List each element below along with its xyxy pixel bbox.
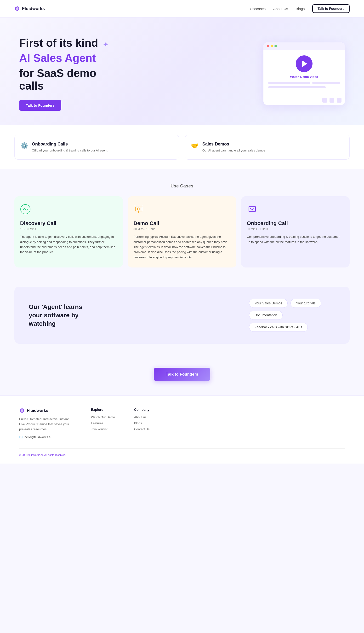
feature-card-sales-title: Sales Demos — [202, 142, 265, 147]
footer-logo-icon — [19, 408, 25, 413]
agent-tag-tutorials: Your tutorials — [290, 299, 321, 308]
hero-title-line2: AI Sales Agent — [19, 52, 120, 65]
footer-email: ✉️ hello@fluidworks.ai — [19, 435, 72, 439]
cta-main-button[interactable]: Talk to Founders — [154, 368, 210, 381]
video-footer — [264, 96, 345, 105]
nav-link-usecases[interactable]: Usecases — [250, 7, 266, 11]
play-triangle-icon — [302, 60, 307, 67]
video-bars — [268, 82, 340, 84]
hero-title-line3: for SaaS demo calls — [19, 67, 120, 92]
use-case-onboarding: Onboarding Call 30 Mins - 1 Hour Compreh… — [241, 196, 350, 267]
use-case-demo: Demo Call 30 Mins - 1 Hour Performing ty… — [128, 196, 236, 267]
video-footer-icon-3 — [337, 98, 342, 103]
discovery-duration: 15 - 30 Mins — [20, 227, 117, 231]
feature-card-onboarding-desc: Offload your onboarding & training calls… — [32, 148, 108, 153]
feature-card-onboarding: ⚙️ Onboarding Calls Offload your onboard… — [14, 135, 179, 160]
sales-icon: 🤝 — [191, 142, 198, 150]
use-case-discovery: Discovery Call 15 - 30 Mins The agent is… — [14, 196, 123, 267]
logo-icon — [14, 6, 20, 12]
discovery-icon — [20, 204, 117, 216]
hero-line1: First of its kind — [19, 37, 98, 49]
feature-card-onboarding-content: Onboarding Calls Offload your onboarding… — [32, 142, 108, 153]
footer-company-col: Company About us Blogs Contact Us — [134, 408, 150, 439]
hero-left: First of its kind ✦ AI Sales Agent for S… — [19, 37, 120, 111]
navbar: Fluidworks Usecases About Us Blogs Talk … — [0, 0, 364, 18]
agent-section: Our 'Agent' learns your software by watc… — [14, 287, 350, 344]
agent-tag-feedback: Feedback calls with SDRs / AEs — [249, 323, 308, 332]
onboarding-call-duration: 30 Mins - 1 Hour — [247, 227, 344, 231]
video-footer-icon-2 — [330, 98, 334, 103]
video-bars-2 — [268, 86, 340, 88]
video-bar-1 — [268, 82, 310, 84]
feature-card-sales: 🤝 Sales Demos Our AI agent can handle al… — [185, 135, 350, 160]
video-footer-icon-1 — [322, 98, 327, 103]
nav-link-blogs[interactable]: Blogs — [296, 7, 305, 11]
nav-cta-button[interactable]: Talk to Founders — [312, 4, 350, 13]
footer-tagline: Fully Automated, Interactive, Instant, L… — [19, 417, 72, 432]
footer-brand: Fluidworks Fully Automated, Interactive,… — [19, 408, 72, 439]
footer-link-about[interactable]: About us — [134, 415, 150, 419]
footer-bottom: © 2024 fluidworks.ai. All rights reserve… — [19, 448, 345, 456]
dot-green — [274, 45, 277, 47]
svg-point-3 — [23, 209, 24, 210]
email-icon: ✉️ — [19, 435, 23, 439]
onboarding-icon: ⚙️ — [20, 142, 28, 150]
copyright-brand: fluidworks.ai — [28, 453, 43, 456]
feature-row: ⚙️ Onboarding Calls Offload your onboard… — [0, 125, 364, 169]
demo-title: Demo Call — [134, 220, 230, 226]
video-bar-2 — [312, 82, 340, 84]
footer-brand-name: Fluidworks — [27, 408, 48, 413]
footer-link-contact[interactable]: Contact Us — [134, 427, 150, 431]
svg-point-4 — [27, 209, 28, 210]
video-label: Watch Demo Video — [268, 75, 340, 79]
hero-title-line1: First of its kind ✦ — [19, 37, 120, 49]
onboarding-call-desc: Comprehensive onboarding & training sess… — [247, 234, 344, 244]
feature-card-sales-content: Sales Demos Our AI agent can handle all … — [202, 142, 265, 153]
feature-card-onboarding-title: Onboarding Calls — [32, 142, 108, 147]
brand-logo[interactable]: Fluidworks — [14, 6, 45, 12]
copyright-text: © 2024 — [19, 453, 28, 456]
footer-explore-heading: Explore — [91, 408, 115, 412]
video-card-header — [264, 43, 345, 50]
footer-link-demo[interactable]: Watch Our Demo — [91, 415, 115, 419]
footer-logo: Fluidworks — [19, 408, 72, 413]
onboarding-call-icon — [247, 204, 344, 216]
agent-tag-sales-demos: Your Sales Demos — [249, 299, 288, 308]
footer-explore-col: Explore Watch Our Demo Features Join Wai… — [91, 408, 115, 439]
video-bar-3 — [268, 86, 326, 88]
agent-tag-documentation: Documentation — [249, 311, 282, 320]
hero-cta-button[interactable]: Talk to Founders — [19, 100, 61, 111]
sparkle-icon: ✦ — [103, 41, 108, 49]
brand-name: Fluidworks — [22, 6, 45, 11]
feature-card-sales-desc: Our AI agent can handle all your sales d… — [202, 148, 265, 153]
footer-company-heading: Company — [134, 408, 150, 412]
dot-yellow — [270, 45, 273, 47]
video-inner: Watch Demo Video — [264, 50, 345, 96]
nav-links: Usecases About Us Blogs Talk to Founders — [250, 4, 350, 13]
cta-section: Talk to Founders — [0, 358, 364, 396]
agent-tags: Your Sales Demos Your tutorials Document… — [249, 299, 335, 332]
copyright-suffix: . All rights reserved. — [43, 453, 66, 456]
footer-link-features[interactable]: Features — [91, 421, 115, 425]
demo-desc: Performing typical Account Executive tas… — [134, 234, 230, 260]
footer: Fluidworks Fully Automated, Interactive,… — [0, 396, 364, 463]
discovery-desc: The agent is able to join discovery call… — [20, 234, 117, 255]
footer-top: Fluidworks Fully Automated, Interactive,… — [19, 408, 345, 439]
dot-red — [267, 45, 269, 47]
video-card: Watch Demo Video — [264, 43, 345, 105]
footer-email-address: hello@fluidworks.ai — [24, 435, 51, 439]
hero-section: First of its kind ✦ AI Sales Agent for S… — [0, 18, 364, 125]
footer-link-waitlist[interactable]: Join Waitlist — [91, 427, 115, 431]
discovery-title: Discovery Call — [20, 220, 117, 226]
demo-icon — [134, 204, 230, 216]
footer-link-blogs[interactable]: Blogs — [134, 421, 150, 425]
use-cases-section-title: Use Cases — [0, 184, 364, 189]
agent-heading: Our 'Agent' learns your software by watc… — [29, 303, 96, 328]
play-button[interactable] — [296, 55, 312, 72]
onboarding-call-title: Onboarding Call — [247, 220, 344, 226]
demo-duration: 30 Mins - 1 Hour — [134, 227, 230, 231]
use-cases-row: Discovery Call 15 - 30 Mins The agent is… — [0, 196, 364, 282]
nav-link-about[interactable]: About Us — [273, 7, 288, 11]
